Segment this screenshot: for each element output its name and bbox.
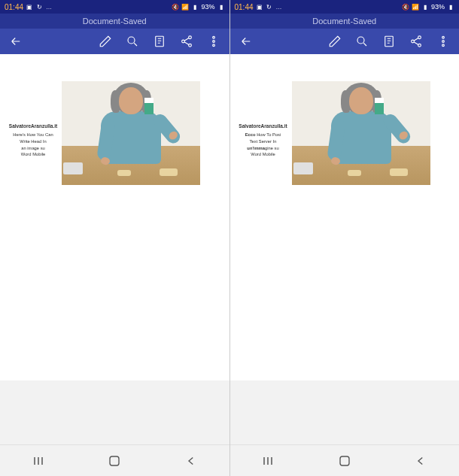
- back-nav-button[interactable]: [412, 453, 429, 469]
- edit-button[interactable]: [99, 35, 112, 48]
- image-column: [62, 81, 222, 185]
- nav-bar: [230, 444, 460, 476]
- recents-button[interactable]: [260, 453, 276, 469]
- phone-right: 01:44 ▣ ↻ … 🔇 📶 ▮ 93% ▮ Document-Saved: [230, 0, 460, 476]
- svg-point-5: [212, 36, 214, 38]
- text-line-1: Here's How You Can: [8, 132, 59, 138]
- svg-point-14: [442, 36, 445, 38]
- svg-point-9: [357, 37, 364, 44]
- image-column: [292, 81, 452, 185]
- reading-button[interactable]: [382, 35, 396, 48]
- svg-point-7: [212, 44, 214, 47]
- svg-point-12: [412, 40, 415, 43]
- edit-button[interactable]: [328, 35, 342, 48]
- text-line-2: Write Head In: [8, 139, 59, 145]
- svg-point-6: [212, 41, 214, 43]
- refresh-icon: ↻: [266, 3, 273, 11]
- image-icon: ▣: [256, 3, 263, 11]
- svg-point-11: [418, 36, 421, 39]
- wifi-icon: 📶: [412, 3, 419, 11]
- more-icon: …: [275, 3, 283, 11]
- bottom-gap: [230, 380, 460, 444]
- status-bar: 01:44 ▣ ↻ … 🔇 📶 ▮ 93% ▮: [230, 0, 460, 14]
- image-icon: ▣: [26, 3, 33, 11]
- share-button[interactable]: [180, 35, 193, 48]
- document-title: Document-Saved: [83, 17, 147, 26]
- status-bar: 01:44 ▣ ↻ … 🔇 📶 ▮ 93% ▮: [0, 0, 230, 14]
- text-line-1: Ecco How To Posi: [238, 132, 289, 138]
- photo[interactable]: [62, 81, 200, 185]
- photo[interactable]: [292, 81, 430, 185]
- search-button[interactable]: [355, 35, 369, 48]
- text-line-4: Word Mobile: [8, 152, 59, 158]
- svg-point-0: [128, 37, 135, 44]
- svg-point-3: [181, 40, 184, 43]
- text-line-2: Text Server In: [238, 139, 289, 145]
- text-line-3: un'immagine su: [238, 146, 289, 152]
- title-bar: Document-Saved: [230, 14, 460, 29]
- toolbar: [0, 29, 230, 54]
- site-title: SalvatoreAranzulla.it: [8, 123, 59, 129]
- clock: 01:44: [5, 3, 23, 11]
- text-line-3: an image su: [8, 146, 59, 152]
- svg-rect-1: [155, 36, 163, 47]
- document-area[interactable]: SalvatoreAranzulla.it Ecco How To Posi T…: [230, 54, 460, 380]
- bottom-gap: [0, 380, 230, 444]
- svg-rect-17: [340, 456, 349, 465]
- phone-left: 01:44 ▣ ↻ … 🔇 📶 ▮ 93% ▮ Document-Saved: [0, 0, 230, 476]
- nav-bar: [0, 444, 230, 476]
- back-button[interactable]: [239, 35, 253, 48]
- text-line-4: Word Mobile: [238, 152, 289, 158]
- svg-point-2: [188, 36, 191, 39]
- menu-button[interactable]: [436, 35, 450, 48]
- battery-percent: 93%: [201, 3, 214, 11]
- svg-rect-8: [110, 456, 119, 465]
- svg-point-4: [188, 44, 191, 47]
- svg-point-16: [442, 44, 445, 47]
- battery-icon: ▮: [447, 3, 454, 11]
- signal-icon: ▮: [421, 3, 429, 11]
- document-title: Document-Saved: [312, 17, 376, 26]
- refresh-icon: ↻: [35, 3, 43, 11]
- home-button[interactable]: [336, 453, 353, 469]
- search-button[interactable]: [126, 35, 139, 48]
- menu-button[interactable]: [207, 35, 220, 48]
- share-button[interactable]: [409, 35, 423, 48]
- wifi-icon: 📶: [181, 3, 189, 11]
- recents-button[interactable]: [30, 453, 47, 469]
- home-button[interactable]: [106, 453, 123, 469]
- toolbar: [230, 29, 460, 54]
- svg-rect-10: [385, 36, 394, 47]
- reading-button[interactable]: [153, 35, 166, 48]
- svg-point-15: [442, 41, 445, 43]
- mute-icon: 🔇: [172, 3, 179, 11]
- battery-percent: 93%: [431, 3, 445, 11]
- clock: 01:44: [235, 3, 254, 11]
- title-bar: Document-Saved: [0, 14, 230, 29]
- battery-icon: ▮: [217, 3, 225, 11]
- svg-point-13: [418, 44, 421, 47]
- site-title: SalvatoreAranzulla.it: [238, 123, 289, 129]
- document-area[interactable]: SalvatoreAranzulla.it Here's How You Can…: [0, 54, 230, 380]
- mute-icon: 🔇: [402, 3, 409, 11]
- text-column: SalvatoreAranzulla.it Ecco How To Posi T…: [238, 81, 292, 159]
- text-column: SalvatoreAranzulla.it Here's How You Can…: [8, 81, 62, 159]
- back-nav-button[interactable]: [183, 453, 199, 469]
- more-icon: …: [45, 3, 53, 11]
- back-button[interactable]: [9, 35, 23, 48]
- signal-icon: ▮: [191, 3, 199, 11]
